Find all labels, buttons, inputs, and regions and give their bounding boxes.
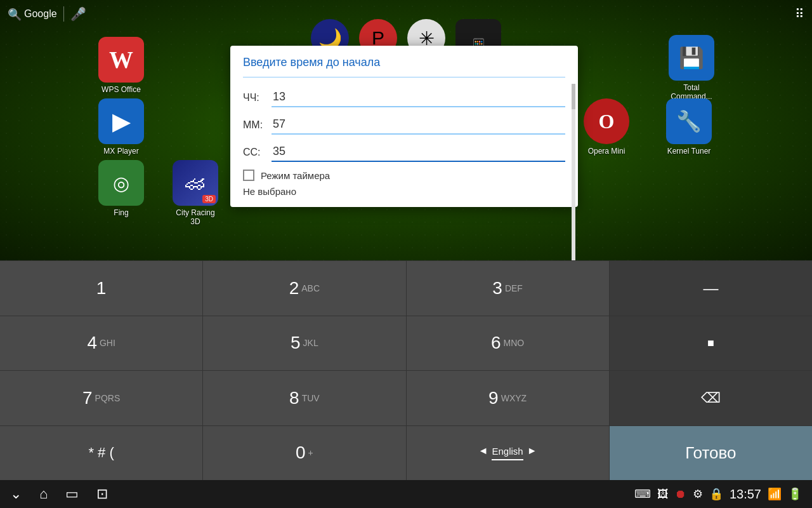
nav-home-icon[interactable]: ⌂ <box>39 486 48 502</box>
top-bar: 🔍 Google 🎤 ⠿ <box>0 0 812 28</box>
nav-back-icon[interactable]: ⌄ <box>10 486 22 502</box>
numeric-keyboard: 1 2ABC 3DEF — 4GHI 5JKL 6MNO ■ <box>0 260 812 480</box>
image-icon: 🖼 <box>657 488 669 501</box>
status-right: ⌨ 🖼 ⏺ ⚙ 🔒 13:57 📶 🔋 <box>634 487 802 502</box>
settings-icon: ⚙ <box>693 487 703 501</box>
fing-label: Fing <box>114 208 128 217</box>
dialog-scrollbar-thumb <box>572 84 575 109</box>
mic-icon[interactable]: 🎤 <box>70 6 86 22</box>
timer-checkbox[interactable] <box>243 170 254 181</box>
mm-label: МM: <box>243 119 272 131</box>
app-city-racing[interactable]: 3D 🏎 City Racing 3D <box>170 160 221 226</box>
key-dash[interactable]: — <box>610 261 812 316</box>
kb-row-1: 1 2ABC 3DEF — <box>0 260 812 316</box>
opera-icon-img: O <box>584 98 629 144</box>
lock-icon: 🔒 <box>709 487 723 501</box>
ss-label: СС: <box>243 147 272 158</box>
lang-label: English <box>492 446 523 457</box>
done-label: Готово <box>685 443 736 463</box>
key-symbols[interactable]: * # ( <box>0 426 203 481</box>
mx-label: MX Player <box>103 147 138 156</box>
mm-field-row: МM: <box>243 115 565 135</box>
status-time: 13:57 <box>730 487 761 502</box>
app-wps-office[interactable]: W WPS Office <box>98 37 144 94</box>
opera-label: Opera Mini <box>588 147 625 156</box>
google-label: Google <box>24 8 57 20</box>
wps-icon-img: W <box>98 37 144 83</box>
kernel-icon-img: 🔧 <box>666 98 712 144</box>
key-done[interactable]: Готово <box>610 426 812 481</box>
app-mx-player[interactable]: ▶ MX Player <box>98 98 144 156</box>
key-3[interactable]: 3DEF <box>407 261 610 316</box>
ss-field-row: СС: <box>243 142 565 162</box>
app-kernel-tuner[interactable]: 🔧 Kernel Tuner <box>666 98 712 156</box>
key-7[interactable]: 7PQRS <box>0 371 203 425</box>
key-9[interactable]: 9WXYZ <box>407 371 610 425</box>
key-dot[interactable]: ■ <box>610 316 812 371</box>
hh-label: ЧЧ: <box>243 92 272 104</box>
dialog-title: Введите время до начала <box>243 56 565 77</box>
app-opera-mini[interactable]: O Opera Mini <box>584 98 629 156</box>
key-4[interactable]: 4GHI <box>0 316 203 371</box>
record-icon: ⏺ <box>675 488 686 501</box>
dialog-scrollbar[interactable] <box>572 84 575 260</box>
fing-icon-img: ◎ <box>98 160 144 206</box>
key-0[interactable]: 0+ <box>203 426 406 481</box>
city-icon-img: 3D 🏎 <box>173 160 218 206</box>
keyboard-status-icon: ⌨ <box>634 487 651 501</box>
time-dialog: Введите время до начала ЧЧ: МM: СС: Режи… <box>230 46 578 207</box>
battery-icon: 🔋 <box>788 487 802 501</box>
google-icon: 🔍 <box>8 8 20 20</box>
kb-row-3: 7PQRS 8TUV 9WXYZ ⌫ <box>0 370 812 425</box>
wps-label: WPS Office <box>102 85 141 94</box>
timer-mode-row[interactable]: Режим таймера <box>243 170 565 181</box>
app-fing[interactable]: ◎ Fing <box>98 160 144 217</box>
google-search[interactable]: 🔍 Google <box>8 8 57 20</box>
timer-checkbox-label: Режим таймера <box>261 170 330 181</box>
kernel-label: Kernel Tuner <box>667 147 711 156</box>
apps-grid-icon[interactable]: ⠿ <box>795 6 804 22</box>
ss-input[interactable] <box>272 142 565 162</box>
desktop: 🔍 Google 🎤 ⠿ 🌙 P ✳ 📱 W WPS Office ▶ MX P… <box>0 0 812 260</box>
status-bar: ⌄ ⌂ ▭ ⊡ ⌨ 🖼 ⏺ ⚙ 🔒 13:57 📶 🔋 <box>0 480 812 508</box>
not-selected-label: Не выбрано <box>243 186 565 197</box>
city-label: City Racing 3D <box>170 208 221 226</box>
mm-input[interactable] <box>272 115 565 135</box>
key-backspace[interactable]: ⌫ <box>610 371 812 425</box>
search-divider <box>63 6 64 22</box>
key-8[interactable]: 8TUV <box>203 371 406 425</box>
key-language[interactable]: ◄ English ► <box>407 426 610 481</box>
key-1[interactable]: 1 <box>0 261 203 316</box>
nav-screenshot-icon[interactable]: ⊡ <box>96 486 108 502</box>
key-5[interactable]: 5JKL <box>203 316 406 371</box>
keyboard-rows: 1 2ABC 3DEF — 4GHI 5JKL 6MNO ■ <box>0 260 812 480</box>
total-cmd-icon-img: 💾 <box>669 35 714 81</box>
hh-input[interactable] <box>272 88 565 107</box>
mx-icon-img: ▶ <box>98 98 144 144</box>
key-2[interactable]: 2ABC <box>203 261 406 316</box>
kb-row-2: 4GHI 5JKL 6MNO ■ <box>0 316 812 371</box>
app-total-commander[interactable]: 💾 Total Command... <box>666 35 717 101</box>
hh-field-row: ЧЧ: <box>243 88 565 107</box>
nav-recent-icon[interactable]: ▭ <box>65 486 79 502</box>
kb-row-4: * # ( 0+ ◄ English ► Готово <box>0 425 812 481</box>
wifi-icon: 📶 <box>768 487 782 501</box>
nav-icons: ⌄ ⌂ ▭ ⊡ <box>10 486 108 502</box>
key-6[interactable]: 6MNO <box>407 316 610 371</box>
